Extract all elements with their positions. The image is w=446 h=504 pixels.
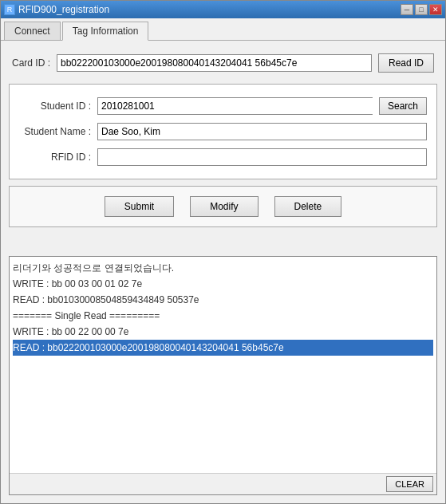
modify-button[interactable]: Modify xyxy=(190,196,258,217)
log-area-container: 리더기와 성공적으로 연결되었습니다.WRITE : bb 00 03 00 0… xyxy=(9,256,437,495)
rfid-id-row: RFID ID : xyxy=(19,148,427,166)
log-line: ======= Single Read ========= xyxy=(13,308,433,324)
log-area[interactable]: 리더기와 성공적으로 연결되었습니다.WRITE : bb 00 03 00 0… xyxy=(10,257,436,473)
delete-button[interactable]: Delete xyxy=(274,196,342,217)
main-window: R RFID900_registration ─ □ ✕ Connect Tag… xyxy=(0,0,446,504)
title-bar: R RFID900_registration ─ □ ✕ xyxy=(1,1,445,18)
rfid-id-input[interactable] xyxy=(97,148,427,166)
tab-connect[interactable]: Connect xyxy=(4,22,61,40)
minimize-button[interactable]: ─ xyxy=(401,4,413,15)
action-group: Submit Modify Delete xyxy=(9,186,437,227)
main-content: Card ID : Read ID Student ID : Search St… xyxy=(1,41,445,503)
log-line: 리더기와 성공적으로 연결되었습니다. xyxy=(13,260,433,276)
log-footer: CLEAR xyxy=(10,473,436,494)
student-id-label: Student ID : xyxy=(19,100,91,112)
student-id-row: Student ID : Search xyxy=(19,97,427,115)
title-controls: ─ □ ✕ xyxy=(401,4,442,15)
spacer xyxy=(9,234,437,250)
form-group: Student ID : Search Student Name : RFID … xyxy=(9,84,437,179)
window-icon: R xyxy=(4,4,15,15)
tab-bar: Connect Tag Information xyxy=(1,18,445,41)
search-button[interactable]: Search xyxy=(379,97,427,115)
clear-button[interactable]: CLEAR xyxy=(386,476,433,492)
rfid-id-label: RFID ID : xyxy=(19,152,91,163)
log-line: WRITE : bb 00 22 00 00 7e xyxy=(13,324,433,340)
log-line: READ : bb01030008504859434849 50537e xyxy=(13,292,433,308)
card-id-input[interactable] xyxy=(57,54,372,72)
submit-button[interactable]: Submit xyxy=(105,196,174,217)
card-id-label: Card ID : xyxy=(12,57,50,69)
window-title: RFID900_registration xyxy=(18,4,109,15)
log-line: WRITE : bb 00 03 00 01 02 7e xyxy=(13,276,433,292)
tab-tag-information[interactable]: Tag Information xyxy=(62,22,149,41)
student-name-row: Student Name : xyxy=(19,123,427,140)
log-line: READ : bb022200103000e200198080040143204… xyxy=(13,340,433,356)
student-name-input[interactable] xyxy=(97,123,427,140)
read-id-button[interactable]: Read ID xyxy=(378,53,434,73)
maximize-button[interactable]: □ xyxy=(415,4,428,15)
student-name-label: Student Name : xyxy=(19,126,91,137)
student-id-input[interactable] xyxy=(97,97,373,115)
card-id-row: Card ID : Read ID xyxy=(9,49,437,77)
close-button[interactable]: ✕ xyxy=(429,4,442,15)
